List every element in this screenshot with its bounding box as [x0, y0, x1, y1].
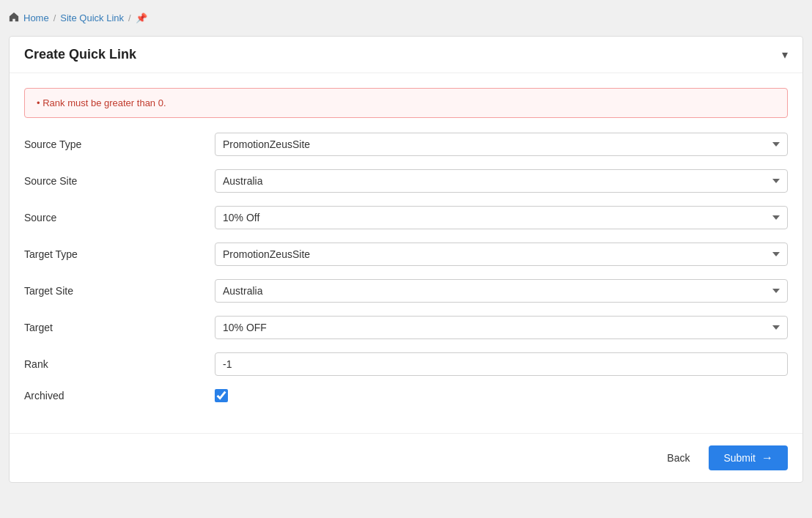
submit-label: Submit	[723, 452, 756, 464]
card-title: Create Quick Link	[24, 47, 136, 62]
target-site-select[interactable]: Australia	[215, 279, 788, 303]
rank-input-wrap	[215, 352, 788, 376]
create-quick-link-card: Create Quick Link ▾ Rank must be greater…	[9, 36, 803, 483]
breadcrumb-separator-2: /	[128, 12, 131, 23]
source-site-label: Source Site	[24, 175, 215, 187]
breadcrumb-site-quick-link-label: Site Quick Link	[60, 12, 124, 23]
target-site-label: Target Site	[24, 285, 215, 297]
archived-label: Archived	[24, 390, 215, 402]
source-site-group: Source Site Australia	[24, 169, 788, 193]
source-label: Source	[24, 212, 215, 223]
card-body: Rank must be greater than 0. Source Type…	[10, 73, 802, 430]
target-label: Target	[24, 322, 215, 333]
breadcrumb-home-label: Home	[23, 12, 49, 23]
pin-icon: 📌	[136, 12, 147, 23]
error-message: Rank must be greater than 0.	[37, 97, 775, 108]
submit-button[interactable]: Submit →	[709, 445, 788, 470]
breadcrumb-home-link[interactable]: Home	[23, 12, 49, 23]
target-type-group: Target Type PromotionZeusSite	[24, 243, 788, 266]
target-type-select[interactable]: PromotionZeusSite	[215, 243, 788, 266]
archived-checkbox-wrap	[215, 389, 788, 402]
archived-group: Archived	[24, 389, 788, 402]
target-select[interactable]: 10% OFF	[215, 316, 788, 339]
source-group: Source 10% Off	[24, 206, 788, 229]
breadcrumb-site-quick-link[interactable]: Site Quick Link	[60, 12, 124, 23]
rank-group: Rank	[24, 352, 788, 376]
source-type-select-wrap: PromotionZeusSite	[215, 133, 788, 156]
source-select[interactable]: 10% Off	[215, 206, 788, 229]
target-select-wrap: 10% OFF	[215, 316, 788, 339]
rank-input[interactable]	[215, 352, 788, 376]
collapse-icon[interactable]: ▾	[782, 48, 788, 62]
target-site-select-wrap: Australia	[215, 279, 788, 303]
archived-checkbox[interactable]	[215, 389, 228, 402]
breadcrumb: Home / Site Quick Link / 📌	[9, 9, 803, 27]
target-group: Target 10% OFF	[24, 316, 788, 339]
source-type-label: Source Type	[24, 138, 215, 150]
back-button[interactable]: Back	[657, 447, 700, 469]
source-site-select[interactable]: Australia	[215, 169, 788, 193]
submit-arrow-icon: →	[761, 451, 773, 465]
source-select-wrap: 10% Off	[215, 206, 788, 229]
target-type-label: Target Type	[24, 248, 215, 260]
rank-label: Rank	[24, 358, 215, 370]
target-site-group: Target Site Australia	[24, 279, 788, 303]
card-header: Create Quick Link ▾	[10, 37, 802, 73]
source-site-select-wrap: Australia	[215, 169, 788, 193]
source-type-group: Source Type PromotionZeusSite	[24, 133, 788, 156]
card-footer: Back Submit →	[10, 433, 802, 482]
breadcrumb-separator-1: /	[53, 12, 56, 23]
home-icon	[9, 12, 19, 24]
error-alert: Rank must be greater than 0.	[24, 88, 788, 118]
source-type-select[interactable]: PromotionZeusSite	[215, 133, 788, 156]
target-type-select-wrap: PromotionZeusSite	[215, 243, 788, 266]
